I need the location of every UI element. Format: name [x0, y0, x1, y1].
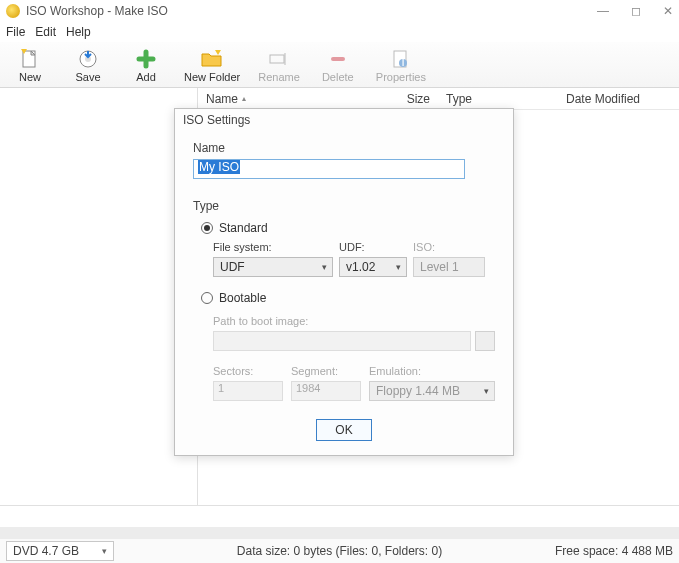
- name-label: Name: [193, 141, 495, 155]
- chevron-down-icon: ▾: [322, 262, 327, 272]
- ok-button[interactable]: OK: [316, 419, 372, 441]
- emulation-label: Emulation:: [369, 365, 495, 377]
- segment-label: Segment:: [291, 365, 361, 377]
- browse-button: [475, 331, 495, 351]
- radio-icon: [201, 222, 213, 234]
- sectors-label: Sectors:: [213, 365, 283, 377]
- iso-settings-dialog: ISO Settings Name My ISO Type Standard F…: [174, 108, 514, 456]
- standard-radio[interactable]: Standard: [201, 221, 495, 235]
- name-input[interactable]: My ISO: [193, 159, 465, 179]
- type-label: Type: [193, 199, 495, 213]
- iso-combo: Level 1: [413, 257, 485, 277]
- fs-label: File system:: [213, 241, 333, 253]
- udf-label: UDF:: [339, 241, 407, 253]
- standard-label: Standard: [219, 221, 268, 235]
- sectors-input: 1: [213, 381, 283, 401]
- path-label: Path to boot image:: [213, 315, 495, 327]
- iso-label: ISO:: [413, 241, 485, 253]
- radio-icon: [201, 292, 213, 304]
- dialog-title: ISO Settings: [175, 109, 513, 131]
- path-input: [213, 331, 471, 351]
- chevron-down-icon: ▾: [396, 262, 401, 272]
- emulation-combo: Floppy 1.44 MB▾: [369, 381, 495, 401]
- fs-combo[interactable]: UDF▾: [213, 257, 333, 277]
- udf-combo[interactable]: v1.02▾: [339, 257, 407, 277]
- bootable-radio[interactable]: Bootable: [201, 291, 495, 305]
- segment-input: 1984: [291, 381, 361, 401]
- chevron-down-icon: ▾: [484, 386, 489, 396]
- bootable-label: Bootable: [219, 291, 266, 305]
- dialog-backdrop: ISO Settings Name My ISO Type Standard F…: [0, 0, 679, 563]
